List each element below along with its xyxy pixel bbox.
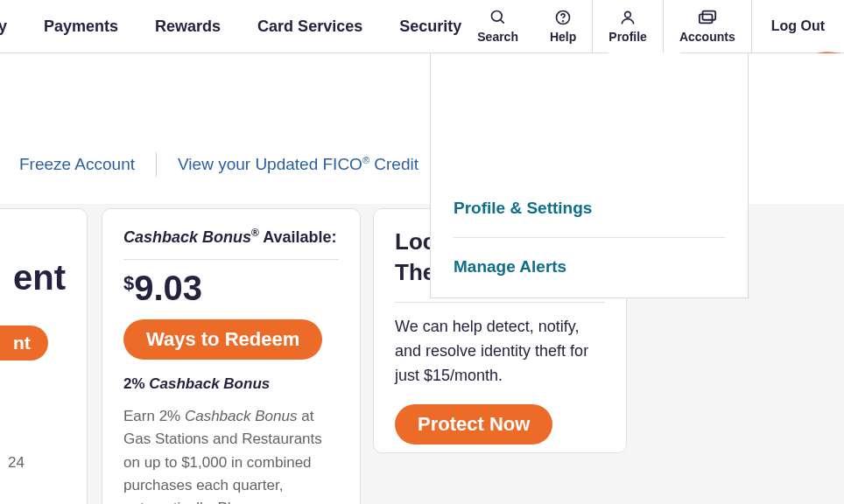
body-ital: Cashback Bonus [185, 408, 298, 424]
card-statement-fragment: ent nt 24 [0, 208, 88, 504]
svg-point-3 [563, 21, 564, 22]
svg-rect-6 [702, 11, 715, 20]
divider [156, 152, 157, 177]
fico-text-suffix: Credit [369, 155, 418, 173]
svg-point-0 [491, 11, 502, 22]
link-freeze-account[interactable]: Freeze Account [19, 155, 135, 174]
logout-button[interactable]: Log Out [752, 0, 844, 52]
util-accounts[interactable]: Accounts [664, 0, 752, 52]
nav-primary: y Payments Rewards Card Services Securit… [0, 0, 461, 52]
body-a: Earn 2% [123, 408, 185, 424]
nav-security[interactable]: Security [399, 18, 461, 36]
accounts-icon [698, 9, 717, 26]
cashback-amount: $ 9.03 [123, 270, 339, 305]
nav-rewards[interactable]: Rewards [155, 18, 221, 36]
fragment-small-text: 24 [8, 454, 25, 472]
amount-value: 9.03 [134, 270, 202, 305]
cashback-title-rest: Available: [259, 228, 337, 246]
divider [123, 259, 339, 260]
util-label: Profile [608, 30, 647, 44]
help-icon [554, 9, 572, 26]
protection-body: We can help detect, notify, and resolve … [395, 315, 605, 388]
registered-mark: ® [362, 155, 369, 165]
svg-line-1 [500, 20, 503, 24]
dropdown-profile-settings[interactable]: Profile & Settings [454, 197, 725, 220]
nav-payments[interactable]: Payments [44, 18, 118, 36]
cashback-body: Earn 2% Cashback Bonus at Gas Stations a… [123, 405, 339, 504]
nav-card-services[interactable]: Card Services [257, 18, 362, 36]
dropdown-manage-alerts[interactable]: Manage Alerts [454, 256, 725, 278]
cashback-title-ital: Cashback Bonus [123, 228, 251, 246]
quick-links: Freeze Account View your Updated FICO® C… [19, 152, 418, 177]
svg-point-4 [625, 11, 631, 18]
divider [395, 302, 605, 303]
ways-to-redeem-button[interactable]: Ways to Redeem [123, 319, 322, 360]
sub-pct: 2% [123, 375, 149, 392]
dropdown-spacer [454, 76, 725, 197]
nav-utilities: Search Help Profile Accounts Log Out [461, 0, 844, 52]
profile-dropdown: Profile & Settings Manage Alerts [430, 53, 749, 298]
cashback-title: Cashback Bonus® Available: [123, 227, 339, 247]
cashback-subhead: 2% Cashback Bonus [123, 375, 339, 393]
sub-ital: Cashback Bonus [149, 375, 270, 392]
divider [454, 237, 725, 238]
util-help[interactable]: Help [534, 0, 592, 52]
nav-item-truncated[interactable]: y [0, 18, 7, 36]
currency-symbol: $ [123, 272, 134, 295]
protect-now-button[interactable]: Protect Now [395, 404, 552, 444]
fragment-heading: ent [0, 258, 66, 298]
top-nav: y Payments Rewards Card Services Securit… [0, 0, 844, 53]
util-label: Search [477, 30, 518, 44]
fico-text-prefix: View your Updated FICO [178, 155, 362, 173]
util-search[interactable]: Search [461, 0, 534, 52]
profile-icon [619, 9, 637, 26]
search-icon [489, 9, 507, 26]
fragment-pill-button[interactable]: nt [0, 326, 48, 360]
card-cashback: Cashback Bonus® Available: $ 9.03 Ways t… [102, 208, 361, 504]
registered-mark: ® [251, 227, 259, 239]
link-fico-score[interactable]: View your Updated FICO® Credit [178, 155, 418, 174]
util-label: Accounts [679, 30, 735, 44]
svg-rect-5 [700, 14, 713, 23]
util-profile[interactable]: Profile [592, 0, 664, 52]
util-label: Help [550, 30, 576, 44]
